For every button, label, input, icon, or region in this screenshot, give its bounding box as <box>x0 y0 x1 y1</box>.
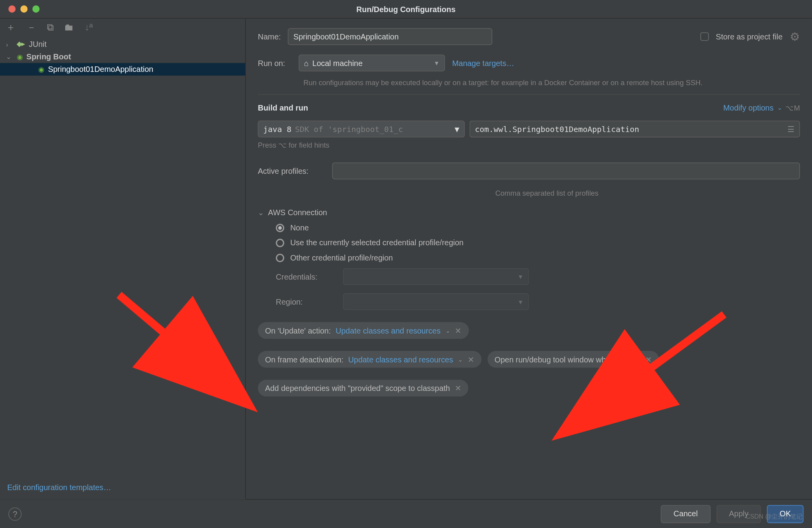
profiles-label: Active profiles: <box>258 166 325 175</box>
chip-provided-scope[interactable]: Add dependencies with "provided" scope t… <box>258 380 468 396</box>
tree-item-app[interactable]: Springboot01DemoApplication <box>0 63 245 75</box>
chevron-down-icon: ▼ <box>518 298 524 305</box>
aws-opt-label: Other credential profile/region <box>290 253 393 262</box>
jdk-combo[interactable]: java 8 SDK of 'springboot_01_c ▼ <box>258 121 465 137</box>
aws-title: AWS Connection <box>268 208 327 217</box>
home-icon: ⌂ <box>304 59 309 68</box>
help-icon[interactable]: ? <box>9 507 22 521</box>
folder-icon[interactable]: 🖿 <box>64 22 74 33</box>
profiles-hint: Comma separated list of profiles <box>294 189 800 198</box>
chevron-down-icon: ⌄ <box>445 327 450 334</box>
region-combo[interactable]: ▼ <box>343 293 529 310</box>
copy-icon[interactable]: ⧉ <box>47 22 53 33</box>
build-run-title: Build and run <box>258 103 308 112</box>
tree-item-spring-boot[interactable]: ⌄ Spring Boot <box>0 50 245 63</box>
window-title: Run/Debug Configurations <box>0 5 812 14</box>
config-tree: › ◆▸ JUnit ⌄ Spring Boot Springboot01Dem… <box>0 38 245 76</box>
chip-value: Update classes and resources <box>336 326 441 335</box>
close-icon[interactable]: ✕ <box>645 355 652 364</box>
tree-item-junit[interactable]: › ◆▸ JUnit <box>0 38 245 50</box>
spring-icon <box>17 52 23 61</box>
titlebar: Run/Debug Configurations <box>0 0 812 18</box>
tree-label: JUnit <box>29 39 47 48</box>
remove-icon[interactable]: － <box>27 21 36 34</box>
dialog-footer: ? Cancel Apply OK <box>0 499 812 528</box>
add-icon[interactable]: ＋ <box>6 21 16 34</box>
close-icon[interactable]: ✕ <box>468 355 474 364</box>
tree-label: Springboot01DemoApplication <box>48 65 153 74</box>
close-icon[interactable]: ✕ <box>455 326 461 335</box>
list-icon[interactable]: ☰ <box>787 125 794 134</box>
junit-icon: ◆▸ <box>17 40 25 48</box>
chip-label: On frame deactivation: <box>265 355 344 364</box>
gear-icon[interactable]: ⚙ <box>790 30 800 43</box>
chevron-down-icon: ⌄ <box>458 356 463 363</box>
aws-radio-other[interactable]: Other credential profile/region <box>276 253 800 262</box>
jdk-hint: SDK of 'springboot_01_c <box>295 125 403 134</box>
modify-shortcut: ⌥M <box>785 103 800 112</box>
modify-options-link[interactable]: Modify options ⌄ ⌥M <box>723 103 800 112</box>
close-icon[interactable]: ✕ <box>455 384 461 392</box>
chip-label: On 'Update' action: <box>265 326 331 335</box>
radio-icon <box>276 239 285 247</box>
name-input[interactable] <box>288 28 492 45</box>
chip-label: Add dependencies with "provided" scope t… <box>265 384 450 392</box>
credentials-combo[interactable]: ▼ <box>343 268 529 285</box>
chip-update-action[interactable]: On 'Update' action: Update classes and r… <box>258 322 468 339</box>
manage-targets-link[interactable]: Manage targets… <box>452 59 514 68</box>
runon-note: Run configurations may be executed local… <box>303 77 800 88</box>
chevron-down-icon: ▼ <box>518 273 524 280</box>
chip-frame-deactivation[interactable]: On frame deactivation: Update classes an… <box>258 351 481 368</box>
modify-options-label: Modify options <box>723 103 774 112</box>
aws-radio-none[interactable]: None <box>276 223 800 232</box>
tree-label: Spring Boot <box>27 52 71 61</box>
spring-icon <box>38 65 44 74</box>
main-panel: Name: Store as project file ⚙ Run on: ⌂ … <box>246 19 812 499</box>
edit-templates-link[interactable]: Edit configuration templates… <box>0 476 118 499</box>
profiles-input[interactable] <box>332 162 800 179</box>
sidebar-toolbar: ＋ － ⧉ 🖿 ↓ª <box>0 19 245 37</box>
credentials-label: Credentials: <box>276 272 333 281</box>
chevron-down-icon: ⌄ <box>777 104 782 111</box>
watermark: CSDN @尘开的笔记 <box>746 513 803 521</box>
divider <box>258 94 800 95</box>
name-label: Name: <box>258 32 281 41</box>
sort-icon[interactable]: ↓ª <box>85 22 93 33</box>
main-class-input[interactable]: com.wwl.Springboot01DemoApplication ☰ <box>470 121 800 137</box>
chevron-down-icon: ▼ <box>455 125 459 134</box>
chevron-down-icon: ▼ <box>434 60 440 66</box>
sidebar: ＋ － ⧉ 🖿 ↓ª › ◆▸ JUnit ⌄ Spring Boot Spri… <box>0 19 246 499</box>
runon-combo[interactable]: ⌂ Local machine ▼ <box>299 55 445 71</box>
aws-opt-label: Use the currently selected credential pr… <box>290 238 463 247</box>
chip-value: Update classes and resources <box>348 355 453 364</box>
aws-radio-current[interactable]: Use the currently selected credential pr… <box>276 238 800 247</box>
runon-value: Local machine <box>312 59 363 68</box>
radio-icon <box>276 253 285 262</box>
region-label: Region: <box>276 297 333 306</box>
press-hint: Press ⌥ for field hints <box>258 141 800 150</box>
radio-icon <box>276 223 285 232</box>
aws-section-header[interactable]: ⌄ AWS Connection <box>258 208 800 217</box>
runon-label: Run on: <box>258 59 291 68</box>
store-checkbox[interactable] <box>700 32 709 41</box>
chip-label: Open run/debug tool window when started <box>495 355 641 364</box>
main-class-value: com.wwl.Springboot01DemoApplication <box>475 125 639 134</box>
cancel-button[interactable]: Cancel <box>661 505 710 523</box>
chip-open-tool-window[interactable]: Open run/debug tool window when started … <box>487 351 659 368</box>
store-label: Store as project file <box>716 32 783 41</box>
aws-opt-label: None <box>290 223 309 232</box>
chevron-down-icon: ⌄ <box>258 208 264 217</box>
jdk-name: java 8 <box>263 125 291 134</box>
